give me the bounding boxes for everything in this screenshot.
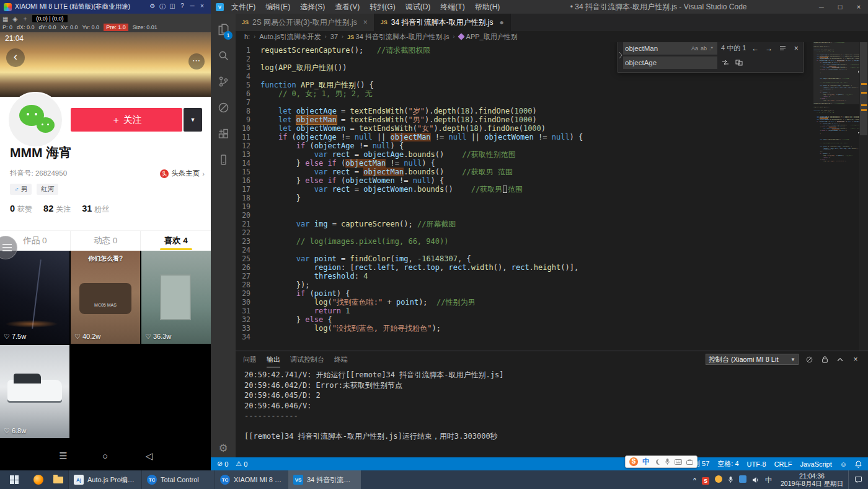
taskbar-app[interactable]: VS34 抖音引流脚本...	[288, 470, 361, 489]
panel-tab[interactable]: 输出	[267, 351, 280, 367]
extensions-icon[interactable]	[211, 120, 236, 146]
toolbox-icon[interactable]	[686, 458, 693, 465]
menu-item[interactable]: 调试(D)	[401, 0, 436, 14]
code-line[interactable]: 30 log("找到蓝色啦:" + point); //性别为男	[236, 298, 811, 307]
search-icon[interactable]	[211, 42, 236, 68]
code-line[interactable]: 32 } else {	[236, 315, 811, 324]
sogou-logo-icon[interactable]: S	[629, 457, 638, 466]
warnings-indicator[interactable]: ⚠ 0	[236, 460, 247, 468]
home-icon[interactable]: ○	[102, 451, 108, 461]
taskbar-app[interactable]: TCTotal Control	[141, 470, 215, 489]
code-line[interactable]: 18 }	[236, 194, 811, 202]
profile-badge[interactable]: 红河	[37, 184, 58, 195]
breadcrumb-item[interactable]: h:	[244, 33, 250, 40]
profile-stat[interactable]: 31粉丝	[82, 204, 109, 215]
follow-button[interactable]: ＋ 关注	[71, 108, 182, 132]
crosshair-icon[interactable]: ＋	[22, 14, 28, 23]
settings-gear-icon[interactable]: ⚙	[211, 442, 236, 455]
code-line[interactable]: 21 var img = captureScreen(); //屏幕截图	[236, 220, 811, 228]
notifications-bell-icon[interactable]	[855, 460, 862, 468]
video-thumbnail[interactable]: ♡ 6.8w	[0, 345, 69, 438]
code-line[interactable]: 34	[236, 333, 811, 341]
find-next-button[interactable]: →	[763, 44, 774, 53]
panel-tab[interactable]: 问题	[243, 351, 257, 367]
find-prev-button[interactable]: ←	[750, 44, 761, 53]
close-find-button[interactable]: ×	[790, 44, 802, 53]
code-line[interactable]: 26 region: [rect.left, rect.top, rect.wi…	[236, 263, 811, 272]
language-mode[interactable]: JavaScript	[800, 460, 831, 468]
taskbar-app[interactable]: AjAuto.js Pro编写抖...	[68, 470, 141, 489]
back-icon[interactable]: ◁	[146, 451, 153, 462]
profile-stat[interactable]: 0获赞	[10, 204, 32, 215]
replace-button[interactable]	[720, 60, 731, 66]
code-line[interactable]: 11 if (objectAge != null || objectMan !=…	[236, 133, 811, 141]
start-button[interactable]	[0, 470, 29, 489]
code-line[interactable]: 17 var rect = objectWomen.bounds() //获取男…	[236, 185, 811, 194]
keyboard-icon[interactable]	[675, 458, 682, 465]
action-center-icon[interactable]	[848, 470, 868, 489]
close-icon[interactable]: ×	[197, 2, 207, 11]
profile-cover-photo[interactable]: 21:04 ‹ ⋯	[0, 32, 211, 97]
code-line[interactable]: 29 if (point) {	[236, 289, 811, 298]
profile-tab[interactable]: 喜欢 4	[140, 231, 211, 251]
taskbar-app[interactable]: TCXIAOMI MI 8 LIT...	[215, 470, 288, 489]
cast-icon[interactable]: ◫	[167, 2, 177, 11]
code-line[interactable]: 9 let objectMan = textEndsWith("男").dept…	[236, 115, 811, 124]
code-line[interactable]: 15 var rect = objectMan.bounds() //获取男 范…	[236, 168, 811, 176]
grid-icon[interactable]: ▦	[2, 16, 8, 22]
close-tab-icon[interactable]: ×	[363, 18, 368, 27]
ime-mode-indicator[interactable]: 中	[642, 457, 650, 467]
code-line[interactable]: 22	[236, 228, 811, 237]
explorer-icon[interactable]: 1	[211, 16, 236, 42]
code-line[interactable]: 6 // 0, 女; 1, 男; 2, 无	[236, 89, 811, 98]
output-console[interactable]: 20:59:42.741/V: 开始运行[[remote]34 抖音引流脚本-取…	[236, 368, 868, 457]
more-button[interactable]: ⋯	[188, 53, 205, 70]
menu-item[interactable]: 文件(F)	[226, 0, 260, 14]
code-line[interactable]: 16 } else if (objectWomen != null) {	[236, 176, 811, 185]
select-icon[interactable]: ◈	[12, 16, 17, 22]
breadcrumb-item[interactable]: JS 34 抖音引流脚本-取用户性别.js	[347, 32, 449, 42]
panel-tab[interactable]: 终端	[334, 351, 348, 367]
code-line[interactable]: 20	[236, 211, 811, 220]
replace-input[interactable]	[625, 59, 715, 66]
encoding[interactable]: UTF-8	[747, 460, 766, 468]
breadcrumb-item[interactable]: 37	[330, 33, 338, 40]
ime-indicator[interactable]: 中	[765, 475, 772, 485]
phone-screen[interactable]: 21:04 ‹ ⋯ ＋ 关注 ▼ MMM 海宵 抖音号: 26824950 头头…	[0, 32, 211, 470]
code-editor[interactable]: 1requestScreenCapture(); //请求截图权限23log(A…	[236, 42, 868, 351]
tray-expand-icon[interactable]: ^	[693, 477, 696, 483]
toutiao-homepage-link[interactable]: 头头条主页›	[160, 169, 205, 178]
eol[interactable]: CRLF	[774, 460, 792, 468]
taskbar-clock[interactable]: 21:04:36 2019年8月4日 星期日	[776, 470, 848, 489]
help-icon[interactable]: ?	[177, 2, 187, 11]
find-in-selection-button[interactable]	[777, 45, 788, 51]
panel-tab[interactable]: 调试控制台	[290, 351, 324, 367]
replace-all-button[interactable]	[733, 60, 745, 66]
video-thumbnail[interactable]: ♡ 36.3w	[141, 251, 211, 344]
settings-icon[interactable]: ⚙	[148, 2, 157, 11]
profile-tab[interactable]: 动态 0	[70, 231, 141, 251]
menu-item[interactable]: 查看(V)	[330, 0, 365, 14]
avatar[interactable]	[7, 92, 63, 148]
code-line[interactable]: 4	[236, 72, 811, 81]
toggle-replace-button[interactable]	[618, 42, 623, 70]
lock-scroll-icon[interactable]	[820, 356, 830, 363]
editor-scrollbar[interactable]	[859, 42, 868, 351]
errors-indicator[interactable]: ⊘ 0	[217, 460, 228, 468]
sogou-tray-icon[interactable]: S	[702, 474, 709, 485]
clear-output-icon[interactable]	[804, 356, 814, 363]
code-line[interactable]: 23 // log(images.pixel(img, 66, 940))	[236, 237, 811, 246]
editor-tab[interactable]: JS2S 网易公开课(3)-取用户性别.js×	[236, 14, 374, 31]
menu-item[interactable]: 帮助(H)	[470, 0, 505, 14]
security-tray-icon[interactable]	[715, 474, 722, 485]
editor-tab[interactable]: JS34 抖音引流脚本-取用户性别.js●	[374, 14, 511, 31]
output-channel-dropdown[interactable]: 控制台 (Xiaomi MI 8 Lit▼	[706, 354, 799, 365]
code-line[interactable]: 12 if (objectAge != null) {	[236, 141, 811, 150]
debug-icon[interactable]	[211, 94, 236, 120]
regex-toggle[interactable]: .*	[708, 45, 714, 52]
info-icon[interactable]: ⓘ	[157, 2, 167, 11]
close-panel-icon[interactable]: ×	[851, 355, 861, 364]
minimize-icon[interactable]: ─	[187, 2, 197, 11]
source-control-icon[interactable]	[211, 68, 236, 94]
code-line[interactable]: 5function APP_取用户性别() {	[236, 81, 811, 89]
